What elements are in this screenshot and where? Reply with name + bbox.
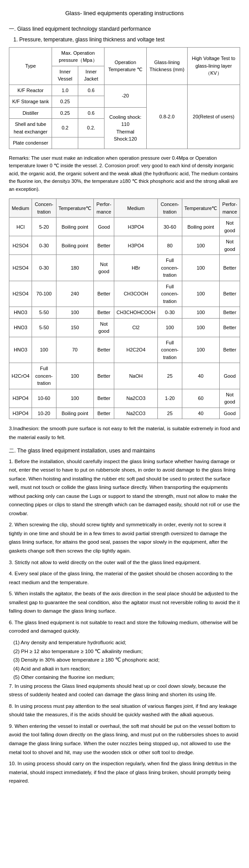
chem-cell: 100 [32, 337, 56, 363]
chem-cell: 70-100 [32, 281, 56, 307]
chem-cell: Boiling point [56, 218, 94, 236]
chem-cell: 100 [182, 255, 220, 281]
chem-cell: Full concen-tration [158, 281, 182, 307]
table-row: 0.2 [52, 119, 78, 137]
numbered-item: 5. When installs the agitator, the beats… [9, 589, 240, 616]
chem-cell: Na2CO3 [114, 389, 157, 408]
section2-header: 二. The glass lined equipment installatio… [9, 447, 240, 455]
table-row: -20 [104, 85, 147, 107]
chem-cell: CH3CHOHCOOH [114, 307, 157, 319]
numbered-item: 8. In using process must pay attention t… [9, 702, 240, 719]
chem-cell: Cl2 [114, 318, 157, 337]
chem-cell: Boiling point [56, 408, 94, 419]
table-row: Distiller [9, 107, 52, 119]
table-row: 20(Retest of users) [187, 85, 240, 149]
chem-cell: Better [94, 236, 114, 255]
chemical-table: MediumConcen-trationTemperature℃Perfor-m… [9, 198, 240, 419]
chem-cell: Better [94, 389, 114, 408]
table-row: Cooling shock: 110Thermal Shock:120 [104, 107, 147, 149]
chem-header: Concen-tration [32, 199, 56, 218]
chem-header: Medium [114, 199, 157, 218]
numbered-item: (3) Density in 30% above temperature ≥ 1… [13, 656, 240, 665]
chem-cell: 60 [182, 389, 220, 408]
chem-cell: 5-50 [32, 307, 56, 319]
chem-header: Perfor-mance [220, 199, 240, 218]
chem-header: Temperature℃ [56, 199, 94, 218]
remarks-text: Remarks: The user must make an indicatio… [9, 154, 240, 194]
table-row: K/F Storage tank [9, 96, 52, 108]
table-row: 0.25 [52, 107, 78, 119]
chem-cell: H3PO4 [114, 236, 157, 255]
chem-cell: 0-30 [158, 307, 182, 319]
chem-cell: 100 [182, 281, 220, 307]
col-hv: High Voltage Test to glass-lining layer（… [187, 47, 240, 85]
chem-cell: 5-20 [32, 218, 56, 236]
numbered-item: 1. Before the installation, should caref… [9, 457, 240, 518]
chem-cell: Better [94, 281, 114, 307]
chem-cell: Better [94, 408, 114, 419]
chem-cell: H2CrO4 [9, 363, 32, 389]
chem-cell: Full concen-tration [32, 363, 56, 389]
chem-cell: 25 [158, 408, 182, 419]
table-row: Shell and tube heat exchanger [9, 119, 52, 137]
chem-cell: 150 [56, 318, 94, 337]
chem-cell: HBr [114, 255, 157, 281]
chem-cell: Better [94, 337, 114, 363]
chem-header: Concen-tration [158, 199, 182, 218]
section3-header3: 3.Inadhesion: the smooth pure surface is… [9, 424, 240, 442]
chem-cell: 80 [158, 236, 182, 255]
chem-cell: 100 [56, 389, 94, 408]
chem-cell: Not good [220, 218, 240, 236]
chem-cell: 100 [182, 307, 220, 319]
chem-cell: NaOH [114, 363, 157, 389]
chem-cell: Full concen-tration [158, 255, 182, 281]
chem-cell: H2SO4 [9, 281, 32, 307]
table-row: 0.2. [78, 119, 104, 137]
table-row: 0.6 [78, 107, 104, 119]
chem-cell: 100 [182, 318, 220, 337]
chem-cell: 180 [56, 255, 94, 281]
table-row: Plate condenser [9, 137, 52, 149]
chem-cell: Good [220, 363, 240, 389]
chem-cell: Better [220, 318, 240, 337]
section1-sub1: 1. Pressure, temperature, glass lining t… [13, 36, 240, 44]
chem-cell: 100 [182, 337, 220, 363]
chem-header: Perfor-mance [94, 199, 114, 218]
main-table: Type Max. Operation pressure（Mpa） Operat… [9, 47, 240, 149]
chem-cell: Not good [220, 236, 240, 255]
chem-cell: H3PO4 [9, 389, 32, 408]
chem-cell: Not good [94, 318, 114, 337]
chem-cell: 70 [56, 337, 94, 363]
table-row [78, 96, 104, 108]
numbered-item: 9. When entering the vessel to install o… [9, 722, 240, 757]
chem-cell: HNO3 [9, 307, 32, 319]
chem-cell: 10-60 [32, 389, 56, 408]
chem-cell: 240 [56, 281, 94, 307]
chem-cell: Boiling point [182, 218, 220, 236]
chem-cell: Not good [94, 255, 114, 281]
chem-cell: CH3COOH [114, 281, 157, 307]
numbered-item: (2) PH ≥ 12 also temperature ≥ 100 ℃ alk… [13, 647, 240, 656]
table-row [52, 137, 78, 149]
table-row: 0.8-2.0 [147, 85, 187, 149]
chem-cell: 30-60 [158, 218, 182, 236]
chem-cell: Boiling point [56, 236, 94, 255]
table-row: K/F Reactor [9, 85, 52, 96]
chem-cell: Better [220, 281, 240, 307]
chem-cell: 100 [56, 307, 94, 319]
table-row [78, 137, 104, 149]
chem-cell: Good [94, 218, 114, 236]
chem-cell: Better [220, 255, 240, 281]
chem-cell: Better [220, 337, 240, 363]
chem-cell: 0-30 [32, 255, 56, 281]
chem-cell: H2SO4 [9, 236, 32, 255]
chem-cell: 10-20 [32, 408, 56, 419]
page-title: Glass- lined equipments operating instru… [9, 9, 240, 18]
numbered-item: 6. The glass lined equipment is not suit… [9, 618, 240, 636]
chem-cell: 25 [158, 363, 182, 389]
col-thickness: Glass-lining Thickness (mm) [147, 47, 187, 85]
chem-cell: Better [94, 307, 114, 319]
numbered-item: (1) Any density and temperature hydroflu… [13, 638, 240, 647]
chem-cell: Na2CO3 [114, 408, 157, 419]
chem-cell: H2C2O4 [114, 337, 157, 363]
